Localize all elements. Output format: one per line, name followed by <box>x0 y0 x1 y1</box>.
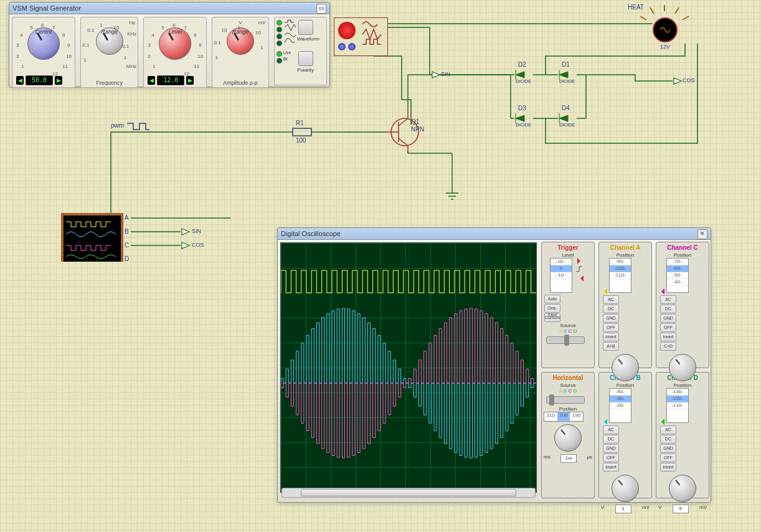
chb-pos[interactable]: -40- -30- -20- <box>609 388 631 423</box>
scroll-thumb[interactable] <box>301 489 516 496</box>
svg-marker-22 <box>182 229 189 235</box>
gen-port1-icon <box>338 43 346 50</box>
label-cos2: COS <box>192 242 204 248</box>
trigger-source-slider[interactable] <box>546 336 585 344</box>
chd-pos[interactable]: -130- -120- -110- <box>666 388 689 423</box>
amplitude-label: Amplitude p-p <box>212 80 268 86</box>
trigger-panel: Trigger Level -10 - 0 - 10 - <box>541 242 595 368</box>
chb-knob[interactable] <box>612 475 639 502</box>
label-cos-tap: COS <box>683 77 695 83</box>
svg-marker-0 <box>516 72 524 78</box>
svg-line-13 <box>399 138 408 146</box>
close-icon[interactable]: ▭ <box>316 4 326 14</box>
label-d2t: DIODE <box>516 78 531 84</box>
cursors-button[interactable]: Cursors <box>544 313 560 322</box>
level-value[interactable]: 12.0 <box>157 75 184 85</box>
cha-knob[interactable] <box>612 354 639 381</box>
scope-scrollbar[interactable] <box>281 488 536 498</box>
oscilloscope-window[interactable]: Digital Oscilloscope ✕ <box>277 227 711 503</box>
horiz-source-slider[interactable] <box>546 396 585 404</box>
svg-marker-6 <box>559 115 568 121</box>
scope-titlebar[interactable]: Digital Oscilloscope ✕ <box>278 228 711 240</box>
label-q1: Q1 <box>411 118 419 125</box>
label-lamp-v: 12V <box>660 44 670 50</box>
svg-rect-8 <box>293 128 311 136</box>
gen-knob-icon <box>338 22 356 39</box>
svg-line-27 <box>640 16 646 20</box>
channel-b-panel: Channel B Position -40- -30- -20- AC DC … <box>598 372 652 498</box>
polarity-button[interactable] <box>298 51 313 66</box>
sig-gen-symbol[interactable] <box>334 17 388 56</box>
ch-c: C <box>125 242 129 249</box>
label-d1: D1 <box>562 61 570 68</box>
oneshot-button[interactable]: One-Shot <box>544 304 560 313</box>
label-q1-type: NPN <box>411 126 424 133</box>
svg-line-26 <box>675 7 679 14</box>
ch-b: B <box>125 228 129 235</box>
gen-port2-icon <box>348 43 356 50</box>
channel-c-panel: Channel C Position -70- -60- -50- -40- A… <box>656 242 709 368</box>
label-pwm: pwm <box>111 122 124 129</box>
svg-line-12 <box>399 118 408 126</box>
label-heat: HEAT <box>628 4 644 11</box>
auto-button[interactable]: Auto <box>544 295 560 303</box>
trigger-level-scroll[interactable]: -10 - 0 - 10 - <box>550 258 572 293</box>
chc-pos[interactable]: -70- -60- -50- -40- <box>666 258 689 293</box>
chd-knob[interactable] <box>669 475 696 502</box>
svg-rect-21 <box>62 214 122 262</box>
label-d3: D3 <box>518 105 526 112</box>
ch-a: A <box>125 214 129 221</box>
label-sin-tap: SIN <box>441 71 450 77</box>
label-d2: D2 <box>518 61 526 68</box>
label-r1: R1 <box>296 120 304 126</box>
ch-d: D <box>125 255 129 262</box>
svg-marker-4 <box>516 115 524 121</box>
label-d3t: DIODE <box>516 122 531 128</box>
svg-marker-20 <box>674 78 681 84</box>
frequency-label: Frequency <box>81 80 138 86</box>
svg-marker-2 <box>559 72 568 78</box>
svg-line-28 <box>683 16 689 20</box>
svg-marker-19 <box>432 72 440 78</box>
sig-gen-title: VSM Signal Generator <box>12 2 81 14</box>
label-sin2: SIN <box>192 228 201 234</box>
level-panel: Level 12 34 56 78 910 1112 ◀ 12.0 ▶ <box>143 17 207 88</box>
horiz-pos[interactable]: 210 200 190 <box>544 412 584 422</box>
channel-d-panel: Channel D Position -130- -120- -110- AC … <box>656 372 709 498</box>
svg-marker-23 <box>182 242 189 249</box>
horizontal-panel: Horizontal Source A B C D Position 210 2… <box>541 372 595 498</box>
label-d4: D4 <box>562 105 570 112</box>
waveform-panel: Waveform Uni Bi Polarity <box>274 17 327 85</box>
label-d1t: DIODE <box>559 78 575 84</box>
freq-range-panel: Range Hz KHz MHz 10.1 0.11 100.1 1 Frequ… <box>80 17 138 88</box>
svg-line-25 <box>650 7 654 14</box>
cha-pos[interactable]: -90- -100- -110- <box>609 258 631 293</box>
label-d4t: DIODE <box>559 122 575 128</box>
chc-knob[interactable] <box>669 354 696 381</box>
scope-title: Digital Oscilloscope <box>281 228 341 239</box>
sig-gen-titlebar[interactable]: VSM Signal Generator ▭ <box>9 2 329 14</box>
centre-panel: Centre 12 34 56 78 910 1112 ◀ 50.0 ▶ <box>12 17 75 88</box>
centre-value[interactable]: 50.0 <box>26 75 53 85</box>
amp-range-panel: Range mV V 10.1 101 101 Amplitude p-p <box>212 17 268 88</box>
label-r1-val: 100 <box>296 137 306 144</box>
sig-gen-window[interactable]: VSM Signal Generator ▭ Centre 12 34 56 7… <box>9 2 330 87</box>
lamp-heat <box>653 17 678 42</box>
scope-display[interactable] <box>280 242 537 493</box>
horiz-knob[interactable] <box>554 424 582 452</box>
waveform-button[interactable] <box>298 20 313 35</box>
close-icon[interactable]: ✕ <box>697 229 707 239</box>
channel-a-panel: Channel A Position -90- -100- -110- AC D… <box>598 242 652 368</box>
